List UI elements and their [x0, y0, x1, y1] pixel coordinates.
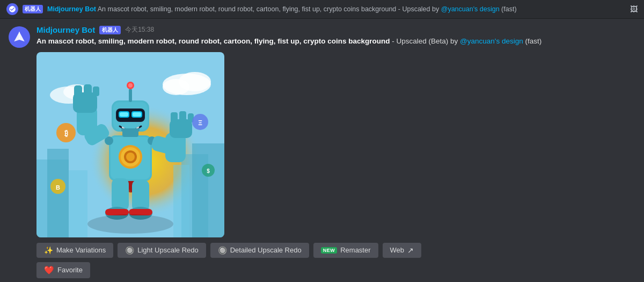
svg-rect-30	[171, 112, 178, 123]
new-badge: NEW	[321, 247, 338, 254]
make-variations-button[interactable]: ✨ Make Variations	[36, 243, 113, 258]
svg-rect-44	[133, 112, 141, 117]
svg-rect-46	[112, 178, 129, 211]
svg-point-52	[87, 214, 173, 234]
bot-avatar	[9, 26, 30, 48]
circle-icon-1: 🔘	[125, 246, 134, 255]
message-header: Midjourney Bot 机器人 今天15:38	[36, 25, 635, 34]
favorite-button[interactable]: ❤️ Favorite	[36, 262, 90, 278]
remaster-button[interactable]: NEW Remaster	[313, 243, 378, 258]
detailed-upscale-redo-button[interactable]: 🔘 Detailed Upscale Redo	[210, 243, 309, 258]
svg-rect-24	[74, 85, 82, 97]
message-speed: (fast)	[525, 37, 541, 45]
top-bot-name: Midjourney Bot	[47, 5, 96, 13]
svg-point-38	[128, 83, 133, 88]
web-button[interactable]: Web ↗	[383, 243, 422, 258]
svg-rect-49	[132, 180, 149, 211]
top-prompt-text: An mascot robot, smiling, modern robot, …	[98, 5, 441, 13]
svg-text:Ξ: Ξ	[198, 119, 202, 127]
buttons-row-2: ❤️ Favorite	[36, 262, 635, 278]
light-upscale-redo-button[interactable]: 🔘 Light Upscale Redo	[118, 243, 206, 258]
svg-rect-5	[192, 143, 224, 237]
svg-rect-6	[69, 170, 87, 237]
remaster-label: Remaster	[340, 246, 370, 254]
svg-rect-7	[173, 165, 189, 237]
buttons-row-1: ✨ Make Variations 🔘 Light Upscale Redo 🔘…	[36, 243, 635, 258]
top-user-link[interactable]: @yancuan's design	[441, 5, 500, 13]
top-bar-text: Midjourney Bot An mascot robot, smiling,…	[47, 5, 626, 13]
message-description: An mascot robot, smiling, modern robot, …	[36, 37, 635, 47]
svg-rect-36	[129, 89, 132, 102]
svg-text:B: B	[56, 184, 60, 191]
svg-point-18	[126, 153, 135, 161]
prompt-text: An mascot robot, smiling, modern robot, …	[36, 37, 390, 45]
make-variations-label: Make Variations	[56, 246, 106, 254]
favorite-label: Favorite	[57, 266, 83, 274]
generated-image: ₿ Ξ $ B	[36, 52, 224, 237]
top-avatar	[6, 3, 18, 15]
circle-icon-2: 🔘	[218, 246, 227, 255]
svg-rect-25	[84, 84, 92, 96]
svg-rect-43	[120, 112, 128, 117]
message-user-link[interactable]: @yancuan's design	[460, 37, 523, 45]
svg-rect-31	[179, 111, 186, 122]
external-link-icon: ↗	[407, 246, 414, 255]
bot-tag-badge: 机器人	[99, 26, 121, 34]
light-upscale-label: Light Upscale Redo	[137, 246, 198, 254]
heart-icon: ❤️	[44, 265, 54, 275]
message-timestamp: 今天15:38	[125, 25, 154, 34]
top-speed: (fast)	[501, 5, 516, 13]
desc-suffix: - Upscaled (Beta) by	[392, 37, 460, 45]
bot-name-label: Midjourney Bot	[36, 25, 95, 34]
detailed-upscale-label: Detailed Upscale Redo	[230, 246, 302, 254]
image-icon: 🖼	[630, 5, 638, 13]
svg-text:₿: ₿	[64, 129, 68, 138]
svg-rect-26	[93, 86, 99, 96]
top-bot-tag: 机器人	[23, 5, 43, 13]
message-area: Midjourney Bot 机器人 今天15:38 An mascot rob…	[0, 19, 644, 282]
web-label: Web	[390, 246, 405, 254]
sparkle-icon: ✨	[44, 246, 53, 255]
svg-rect-45	[121, 128, 140, 132]
robot-scene: ₿ Ξ $ B	[36, 52, 224, 237]
svg-text:$: $	[207, 168, 210, 174]
top-notification-bar: 机器人 Midjourney Bot An mascot robot, smil…	[0, 0, 644, 19]
svg-point-10	[163, 79, 189, 95]
message-content: Midjourney Bot 机器人 今天15:38 An mascot rob…	[36, 25, 635, 278]
